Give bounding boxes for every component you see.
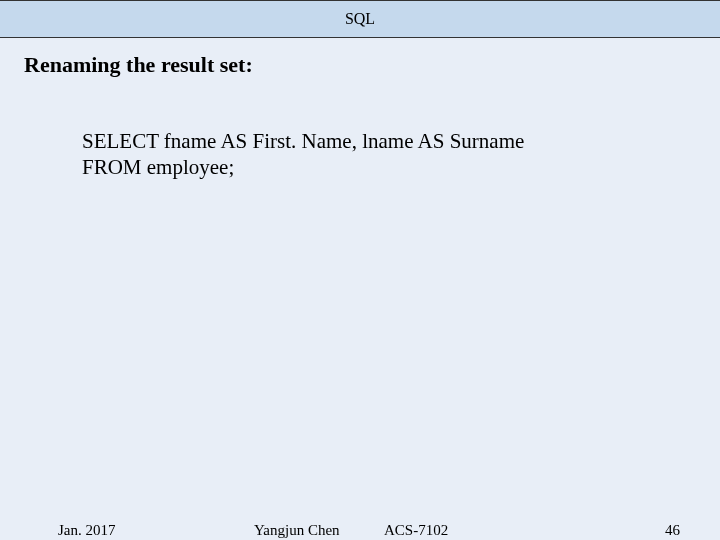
footer-date: Jan. 2017 [58, 522, 116, 539]
code-line-1: SELECT fname AS First. Name, lname AS Su… [82, 128, 720, 154]
footer-page: 46 [665, 522, 680, 539]
code-line-2: FROM employee; [82, 154, 720, 180]
section-subtitle: Renaming the result set: [0, 38, 720, 78]
slide-title: SQL [345, 10, 375, 28]
slide-content: SELECT fname AS First. Name, lname AS Su… [0, 78, 720, 181]
footer-author: Yangjun Chen [254, 522, 340, 539]
slide-header: SQL [0, 0, 720, 38]
footer-course: ACS-7102 [384, 522, 448, 539]
